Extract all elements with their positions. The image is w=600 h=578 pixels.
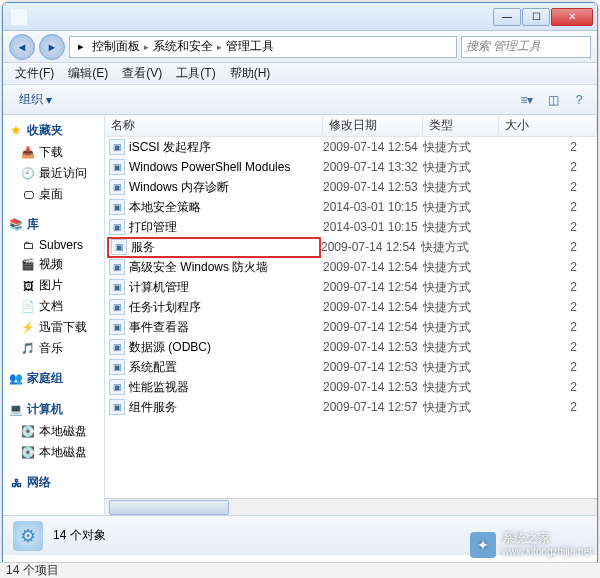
desktop-icon: 🖵: [21, 188, 35, 202]
computer-icon: 💻: [9, 403, 23, 417]
file-date: 2009-07-14 12:54: [321, 240, 421, 254]
sidebar-item-desktop[interactable]: 🖵桌面: [3, 184, 104, 205]
breadcrumb-item[interactable]: 控制面板: [92, 38, 140, 55]
file-row[interactable]: ▣数据源 (ODBC)2009-07-14 12:53快捷方式2: [105, 337, 597, 357]
organize-button[interactable]: 组织 ▾: [11, 88, 60, 111]
file-pane: 名称 修改日期 类型 大小 ▣iSCSI 发起程序2009-07-14 12:5…: [105, 115, 597, 515]
horizontal-scrollbar[interactable]: [105, 498, 597, 515]
file-size: 2: [499, 360, 597, 374]
address-bar[interactable]: ▸ 控制面板 ▸ 系统和安全 ▸ 管理工具: [69, 36, 457, 58]
file-list: ▣iSCSI 发起程序2009-07-14 12:54快捷方式2▣Windows…: [105, 137, 597, 498]
file-date: 2014-03-01 10:15: [323, 220, 423, 234]
sidebar: ★收藏夹 📥下载 🕘最近访问 🖵桌面 📚库 🗀Subvers 🎬视频 🖼图片 📄…: [3, 115, 105, 515]
file-type: 快捷方式: [423, 199, 499, 216]
file-row[interactable]: ▣计算机管理2009-07-14 12:54快捷方式2: [105, 277, 597, 297]
close-button[interactable]: ✕: [551, 8, 593, 26]
file-row[interactable]: ▣Windows PowerShell Modules2009-07-14 13…: [105, 157, 597, 177]
menu-file[interactable]: 文件(F): [9, 63, 60, 84]
sidebar-item-music[interactable]: 🎵音乐: [3, 338, 104, 359]
file-date: 2009-07-14 12:54: [323, 260, 423, 274]
file-name: 打印管理: [129, 219, 177, 236]
breadcrumb-item[interactable]: 系统和安全: [153, 38, 213, 55]
file-name-cell: ▣本地安全策略: [109, 199, 323, 216]
menu-edit[interactable]: 编辑(E): [62, 63, 114, 84]
homegroup-icon: 👥: [9, 372, 23, 386]
sidebar-favorites[interactable]: ★收藏夹: [3, 119, 104, 142]
status-bar: 14 个项目: [0, 562, 600, 578]
sidebar-item-documents[interactable]: 📄文档: [3, 296, 104, 317]
file-name-cell: ▣iSCSI 发起程序: [109, 139, 323, 156]
column-type[interactable]: 类型: [423, 117, 499, 134]
sidebar-item-subversion[interactable]: 🗀Subvers: [3, 236, 104, 254]
body: ★收藏夹 📥下载 🕘最近访问 🖵桌面 📚库 🗀Subvers 🎬视频 🖼图片 📄…: [3, 115, 597, 515]
forward-button[interactable]: ►: [39, 34, 65, 60]
network-icon: 🖧: [9, 476, 23, 490]
folder-icon: 🗀: [21, 238, 35, 252]
column-size[interactable]: 大小: [499, 117, 597, 134]
picture-icon: 🖼: [21, 279, 35, 293]
file-name: Windows 内存诊断: [129, 179, 229, 196]
file-date: 2009-07-14 12:57: [323, 400, 423, 414]
shortcut-icon: ▣: [109, 319, 125, 335]
help-button[interactable]: ?: [569, 91, 589, 109]
file-name: Windows PowerShell Modules: [129, 160, 290, 174]
breadcrumb-item[interactable]: 管理工具: [226, 38, 274, 55]
menu-tools[interactable]: 工具(T): [170, 63, 221, 84]
column-name[interactable]: 名称: [105, 117, 323, 134]
back-button[interactable]: ◄: [9, 34, 35, 60]
minimize-button[interactable]: —: [493, 8, 521, 26]
file-name-cell: ▣事件查看器: [109, 319, 323, 336]
file-size: 2: [499, 400, 597, 414]
scrollbar-thumb[interactable]: [109, 500, 229, 515]
file-type: 快捷方式: [423, 339, 499, 356]
sidebar-network[interactable]: 🖧网络: [3, 471, 104, 494]
sidebar-item-downloads[interactable]: 📥下载: [3, 142, 104, 163]
sidebar-item-drive[interactable]: 💽本地磁盘: [3, 442, 104, 463]
explorer-window: — ☐ ✕ ◄ ► ▸ 控制面板 ▸ 系统和安全 ▸ 管理工具 搜索 管理工具 …: [2, 2, 598, 564]
search-input[interactable]: 搜索 管理工具: [461, 36, 591, 58]
file-size: 2: [499, 320, 597, 334]
sidebar-library[interactable]: 📚库: [3, 213, 104, 236]
menu-bar: 文件(F) 编辑(E) 查看(V) 工具(T) 帮助(H): [3, 63, 597, 85]
menu-view[interactable]: 查看(V): [116, 63, 168, 84]
file-row[interactable]: ▣服务2009-07-14 12:54快捷方式2: [105, 237, 597, 257]
sidebar-homegroup[interactable]: 👥家庭组: [3, 367, 104, 390]
file-type: 快捷方式: [423, 279, 499, 296]
gear-icon: ⚙: [13, 521, 43, 551]
maximize-button[interactable]: ☐: [522, 8, 550, 26]
shortcut-icon: ▣: [109, 379, 125, 395]
file-date: 2009-07-14 12:53: [323, 360, 423, 374]
shortcut-icon: ▣: [109, 199, 125, 215]
sidebar-item-pictures[interactable]: 🖼图片: [3, 275, 104, 296]
file-row[interactable]: ▣组件服务2009-07-14 12:57快捷方式2: [105, 397, 597, 417]
preview-pane-button[interactable]: ◫: [543, 91, 563, 109]
shortcut-icon: ▣: [109, 179, 125, 195]
file-name: 任务计划程序: [129, 299, 201, 316]
sidebar-item-thunder[interactable]: ⚡迅雷下载: [3, 317, 104, 338]
file-row[interactable]: ▣系统配置2009-07-14 12:53快捷方式2: [105, 357, 597, 377]
sidebar-item-recent[interactable]: 🕘最近访问: [3, 163, 104, 184]
sidebar-item-drive[interactable]: 💽本地磁盘: [3, 421, 104, 442]
file-type: 快捷方式: [423, 379, 499, 396]
sidebar-item-video[interactable]: 🎬视频: [3, 254, 104, 275]
file-row[interactable]: ▣打印管理2014-03-01 10:15快捷方式2: [105, 217, 597, 237]
details-pane: ⚙ 14 个对象: [3, 515, 597, 555]
file-row[interactable]: ▣任务计划程序2009-07-14 12:54快捷方式2: [105, 297, 597, 317]
column-date[interactable]: 修改日期: [323, 117, 423, 134]
file-row[interactable]: ▣本地安全策略2014-03-01 10:15快捷方式2: [105, 197, 597, 217]
file-row[interactable]: ▣性能监视器2009-07-14 12:53快捷方式2: [105, 377, 597, 397]
shortcut-icon: ▣: [109, 259, 125, 275]
file-row[interactable]: ▣事件查看器2009-07-14 12:54快捷方式2: [105, 317, 597, 337]
file-name: 服务: [131, 239, 155, 256]
sidebar-computer[interactable]: 💻计算机: [3, 398, 104, 421]
file-row[interactable]: ▣Windows 内存诊断2009-07-14 12:53快捷方式2: [105, 177, 597, 197]
file-row[interactable]: ▣高级安全 Windows 防火墙2009-07-14 12:54快捷方式2: [105, 257, 597, 277]
recent-icon: 🕘: [21, 167, 35, 181]
video-icon: 🎬: [21, 258, 35, 272]
file-name: 数据源 (ODBC): [129, 339, 211, 356]
view-mode-button[interactable]: ≡▾: [517, 91, 537, 109]
file-row[interactable]: ▣iSCSI 发起程序2009-07-14 12:54快捷方式2: [105, 137, 597, 157]
menu-help[interactable]: 帮助(H): [224, 63, 277, 84]
file-date: 2009-07-14 12:53: [323, 380, 423, 394]
file-name: 高级安全 Windows 防火墙: [129, 259, 268, 276]
